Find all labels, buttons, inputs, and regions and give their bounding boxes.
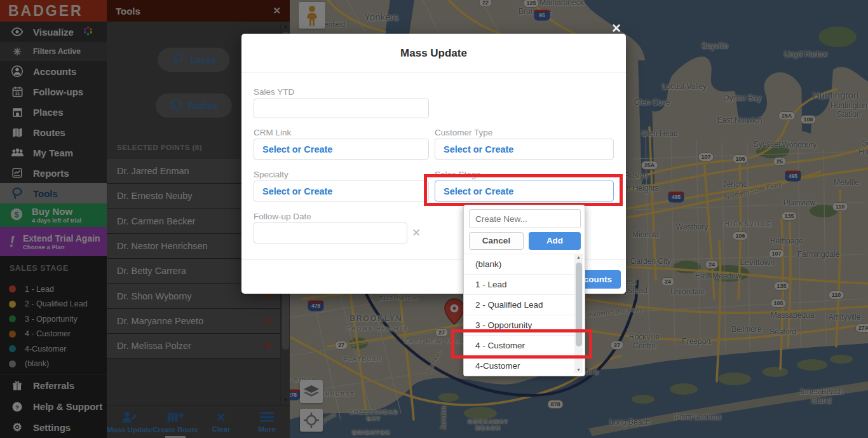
- sales-stage-dropdown: Cancel Add (blank)1 - Lead2 - Qualified …: [463, 205, 585, 376]
- follow-up-date-label: Follow-up Date: [254, 212, 311, 221]
- sales-ytd-label: Sales YTD: [254, 87, 294, 97]
- modal-title: Mass Update: [241, 34, 626, 73]
- app-window: YonkersBronxvilleMamaroneckenfieldBayvil…: [0, 0, 868, 438]
- dropdown-scrollbar[interactable]: ▲ ▼: [574, 254, 583, 373]
- sales-stage-select[interactable]: Select or Create: [435, 181, 614, 202]
- crm-link-select[interactable]: Select or Create: [254, 139, 429, 160]
- dropdown-option[interactable]: 2 - Qualified Lead: [464, 294, 576, 315]
- follow-up-date-input[interactable]: [254, 222, 407, 243]
- sales-stage-label: Sales Stage: [435, 170, 481, 179]
- dropdown-option[interactable]: 3 - Opportunity: [464, 315, 576, 335]
- dropdown-option[interactable]: 1 - Lead: [464, 274, 576, 294]
- customer-type-label: Customer Type: [435, 128, 492, 137]
- create-new-input[interactable]: [469, 209, 581, 228]
- dropdown-option[interactable]: 4 - Customer: [464, 335, 576, 355]
- dropdown-options-list: (blank)1 - Lead2 - Qualified Lead3 - Opp…: [464, 254, 576, 376]
- dropdown-option[interactable]: (blank): [464, 254, 576, 274]
- scroll-up-icon[interactable]: ▲: [574, 255, 583, 259]
- crm-link-label: CRM Link: [254, 128, 291, 137]
- modal-close-icon[interactable]: ✕: [611, 21, 621, 36]
- dropdown-option[interactable]: 4-Customer: [464, 355, 576, 376]
- scroll-down-icon[interactable]: ▼: [574, 367, 583, 372]
- specialty-label: Specialty: [254, 170, 288, 179]
- customer-type-select[interactable]: Select or Create: [435, 139, 614, 160]
- specialty-select[interactable]: Select or Create: [254, 181, 429, 202]
- cancel-button[interactable]: Cancel: [469, 232, 524, 250]
- scrollbar-thumb[interactable]: [576, 263, 582, 346]
- clear-date-icon[interactable]: ✕: [412, 226, 421, 240]
- add-button[interactable]: Add: [529, 232, 581, 250]
- sales-ytd-input[interactable]: [254, 99, 429, 118]
